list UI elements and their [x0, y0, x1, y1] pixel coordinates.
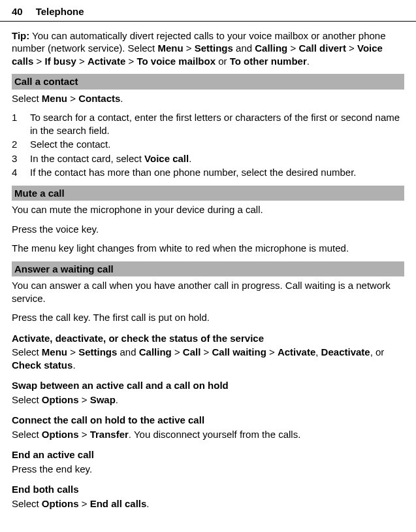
step-text: To search for a contact, enter the first… [30, 111, 404, 137]
step-text: Select the contact. [30, 138, 404, 151]
end-both-heading: End both calls [12, 483, 404, 496]
menu-path: Call [183, 346, 201, 357]
separator: > [125, 56, 136, 67]
mute-line2: Press the voice key. [12, 223, 404, 236]
menu-path: Voice call [144, 153, 189, 164]
menu-path: To voice mailbox [136, 56, 216, 67]
menu-path: Options [42, 498, 79, 509]
separator: > [346, 42, 357, 54]
menu-path: Options [42, 394, 79, 405]
connect-heading: Connect the call on hold to the active c… [12, 414, 404, 427]
menu-path: To other number [230, 56, 307, 67]
separator: > [287, 42, 298, 54]
text: . [307, 56, 310, 67]
activate-heading: Activate, deactivate, or check the statu… [12, 332, 404, 345]
menu-path: Swap [90, 394, 116, 405]
menu-path: Calling [139, 346, 172, 357]
section-title: Telephone [36, 5, 84, 18]
page-header: 40 Telephone [0, 0, 416, 22]
tip-paragraph: Tip: You can automatically divert reject… [12, 29, 404, 68]
text: . [120, 93, 123, 104]
end-active-text: Press the end key. [12, 463, 404, 476]
text: Select [12, 394, 42, 405]
menu-path: End all calls [90, 498, 147, 509]
menu-path: Activate [278, 346, 315, 357]
separator: > [67, 93, 78, 104]
text: . [146, 498, 149, 509]
menu-path: Settings [195, 42, 233, 54]
separator: > [266, 346, 278, 357]
menu-path: Calling [255, 42, 287, 54]
text: Select [12, 429, 42, 440]
menu-path: Transfer [90, 429, 129, 440]
mute-line3: The menu key light changes from white to… [12, 242, 404, 255]
menu-path: Call waiting [212, 346, 266, 357]
text: Select [12, 346, 42, 357]
tip-label: Tip: [12, 30, 29, 41]
list-item: 1 To search for a contact, enter the fir… [12, 111, 404, 137]
separator: > [172, 346, 183, 357]
menu-path: Deactivate [321, 346, 370, 357]
text: , [315, 346, 321, 357]
call-contact-heading: Call a contact [12, 74, 404, 90]
menu-path: If busy [44, 56, 76, 67]
menu-path: Settings [78, 346, 117, 357]
text: and [117, 346, 138, 357]
call-contact-select: Select Menu > Contacts. [12, 92, 404, 105]
swap-text: Select Options > Swap. [12, 393, 404, 407]
text: Select [12, 93, 42, 104]
activate-text: Select Menu > Settings and Calling > Cal… [12, 346, 404, 371]
page-number: 40 [12, 5, 23, 18]
separator: > [79, 394, 90, 405]
separator: > [33, 56, 44, 67]
end-both-text: Select Options > End all calls. [12, 497, 404, 510]
separator: > [79, 498, 90, 509]
page-content: Tip: You can automatically divert reject… [0, 22, 416, 510]
menu-path: Call divert [298, 42, 346, 54]
waiting-line2: Press the call key. The first call is pu… [12, 311, 404, 324]
list-item: 4 If the contact has more than one phone… [12, 166, 404, 179]
menu-path: Menu [157, 42, 183, 54]
step-number: 1 [12, 111, 30, 137]
waiting-line1: You can answer a call when you have anot… [12, 279, 404, 305]
waiting-heading: Answer a waiting call [12, 261, 404, 277]
call-contact-steps: 1 To search for a contact, enter the fir… [12, 111, 404, 179]
text: . You disconnect yourself from the calls… [129, 429, 300, 440]
mute-heading: Mute a call [12, 186, 404, 201]
step-number: 3 [12, 152, 30, 165]
menu-path: Contacts [78, 93, 120, 104]
menu-path: Menu [42, 93, 67, 104]
text: In the contact card, select [30, 153, 144, 164]
list-item: 3 In the contact card, select Voice call… [12, 152, 404, 165]
end-active-heading: End an active call [12, 448, 404, 461]
menu-path: Options [42, 429, 79, 440]
swap-heading: Swap between an active call and a call o… [12, 379, 404, 392]
separator: > [184, 42, 195, 54]
text: Select [12, 498, 42, 509]
connect-text: Select Options > Transfer. You disconnec… [12, 428, 404, 441]
separator: > [200, 346, 212, 357]
list-item: 2 Select the contact. [12, 138, 404, 151]
step-number: 2 [12, 138, 30, 151]
mute-line1: You can mute the microphone in your devi… [12, 203, 404, 216]
text: or [216, 56, 230, 67]
separator: > [67, 346, 78, 357]
menu-path: Menu [42, 346, 67, 357]
step-text: In the contact card, select Voice call. [30, 152, 404, 165]
text: . [72, 359, 75, 371]
text: and [233, 42, 255, 54]
text: . [116, 394, 118, 405]
separator: > [76, 56, 88, 67]
menu-path: Activate [88, 56, 125, 67]
text: . [189, 153, 191, 164]
menu-path: Check status [12, 359, 72, 371]
step-number: 4 [12, 166, 30, 179]
text: , or [370, 346, 385, 357]
separator: > [79, 429, 90, 440]
step-text: If the contact has more than one phone n… [30, 166, 404, 179]
